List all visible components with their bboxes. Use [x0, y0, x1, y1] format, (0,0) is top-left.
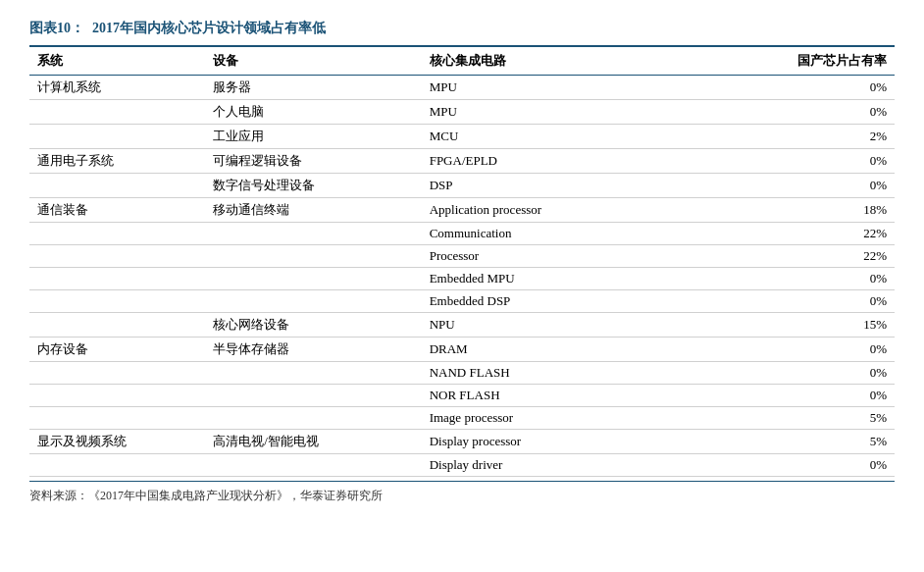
- cell-device: [205, 245, 422, 268]
- table-row: NOR FLASH0%: [29, 385, 895, 407]
- cell-system: 通用电子系统: [29, 149, 205, 174]
- cell-rate: 18%: [719, 198, 895, 223]
- cell-system: [29, 245, 205, 268]
- table-row: Embedded MPU0%: [29, 268, 895, 290]
- cell-system: [29, 385, 205, 407]
- table-row: NAND FLASH0%: [29, 362, 895, 385]
- cell-ic: DSP: [422, 174, 719, 198]
- table-row: 工业应用MCU2%: [29, 125, 895, 149]
- cell-rate: 0%: [719, 149, 895, 174]
- cell-rate: 0%: [719, 76, 895, 100]
- cell-system: [29, 313, 205, 338]
- cell-system: 显示及视频系统: [29, 430, 205, 454]
- cell-system: [29, 174, 205, 198]
- table-row: 核心网络设备NPU15%: [29, 313, 895, 338]
- cell-device: 个人电脑: [205, 100, 422, 125]
- cell-device: 服务器: [205, 76, 422, 100]
- cell-system: [29, 454, 205, 477]
- table-row: Communication22%: [29, 223, 895, 245]
- header-rate: 国产芯片占有率: [719, 46, 895, 76]
- cell-rate: 0%: [719, 100, 895, 125]
- cell-device: [205, 454, 422, 477]
- cell-ic: FPGA/EPLD: [422, 149, 719, 174]
- cell-system: 通信装备: [29, 198, 205, 223]
- cell-ic: Image processor: [422, 407, 719, 430]
- table-row: 内存设备半导体存储器DRAM0%: [29, 338, 895, 362]
- header-device: 设备: [205, 46, 422, 76]
- cell-rate: 0%: [719, 362, 895, 385]
- table-row: 通用电子系统可编程逻辑设备FPGA/EPLD0%: [29, 149, 895, 174]
- cell-ic: NOR FLASH: [422, 385, 719, 407]
- cell-device: 半导体存储器: [205, 338, 422, 362]
- table-row: 数字信号处理设备DSP0%: [29, 174, 895, 198]
- cell-system: [29, 268, 205, 290]
- cell-rate: 5%: [719, 430, 895, 454]
- title-label: 图表10：: [29, 20, 84, 37]
- table-row: 显示及视频系统高清电视/智能电视Display processor5%: [29, 430, 895, 454]
- cell-ic: Display processor: [422, 430, 719, 454]
- cell-system: 计算机系统: [29, 76, 205, 100]
- cell-system: [29, 100, 205, 125]
- table-row: 通信装备移动通信终端Application processor18%: [29, 198, 895, 223]
- cell-ic: Embedded MPU: [422, 268, 719, 290]
- cell-device: [205, 268, 422, 290]
- cell-rate: 0%: [719, 454, 895, 477]
- table-row: 个人电脑MPU0%: [29, 100, 895, 125]
- cell-ic: Embedded DSP: [422, 290, 719, 313]
- cell-device: 移动通信终端: [205, 198, 422, 223]
- cell-device: 高清电视/智能电视: [205, 430, 422, 454]
- cell-device: 可编程逻辑设备: [205, 149, 422, 174]
- cell-system: [29, 125, 205, 149]
- title-row: 图表10： 2017年国内核心芯片设计领域占有率低: [29, 20, 895, 37]
- cell-system: 内存设备: [29, 338, 205, 362]
- footer: 资料来源：《2017年中国集成电路产业现状分析》，华泰证券研究所: [29, 481, 895, 504]
- cell-rate: 0%: [719, 290, 895, 313]
- table-row: Image processor5%: [29, 407, 895, 430]
- cell-rate: 22%: [719, 223, 895, 245]
- cell-rate: 5%: [719, 407, 895, 430]
- cell-device: 工业应用: [205, 125, 422, 149]
- cell-device: [205, 362, 422, 385]
- header-ic: 核心集成电路: [422, 46, 719, 76]
- cell-rate: 15%: [719, 313, 895, 338]
- cell-device: [205, 290, 422, 313]
- cell-system: [29, 223, 205, 245]
- cell-ic: MPU: [422, 100, 719, 125]
- cell-system: [29, 362, 205, 385]
- table-row: Display driver0%: [29, 454, 895, 477]
- main-table: 系统 设备 核心集成电路 国产芯片占有率 计算机系统服务器MPU0%个人电脑MP…: [29, 45, 895, 477]
- cell-ic: DRAM: [422, 338, 719, 362]
- cell-ic: Display driver: [422, 454, 719, 477]
- cell-rate: 0%: [719, 338, 895, 362]
- cell-ic: MCU: [422, 125, 719, 149]
- cell-rate: 0%: [719, 268, 895, 290]
- cell-device: 核心网络设备: [205, 313, 422, 338]
- cell-system: [29, 290, 205, 313]
- cell-ic: Application processor: [422, 198, 719, 223]
- cell-rate: 0%: [719, 385, 895, 407]
- table-row: Embedded DSP0%: [29, 290, 895, 313]
- table-row: Processor22%: [29, 245, 895, 268]
- cell-device: [205, 407, 422, 430]
- cell-system: [29, 407, 205, 430]
- cell-rate: 22%: [719, 245, 895, 268]
- table-row: 计算机系统服务器MPU0%: [29, 76, 895, 100]
- cell-rate: 2%: [719, 125, 895, 149]
- cell-ic: Processor: [422, 245, 719, 268]
- cell-device: 数字信号处理设备: [205, 174, 422, 198]
- cell-device: [205, 223, 422, 245]
- cell-rate: 0%: [719, 174, 895, 198]
- cell-ic: NPU: [422, 313, 719, 338]
- header-system: 系统: [29, 46, 205, 76]
- cell-device: [205, 385, 422, 407]
- cell-ic: MPU: [422, 76, 719, 100]
- cell-ic: NAND FLASH: [422, 362, 719, 385]
- title-text: 2017年国内核心芯片设计领域占有率低: [92, 20, 326, 37]
- cell-ic: Communication: [422, 223, 719, 245]
